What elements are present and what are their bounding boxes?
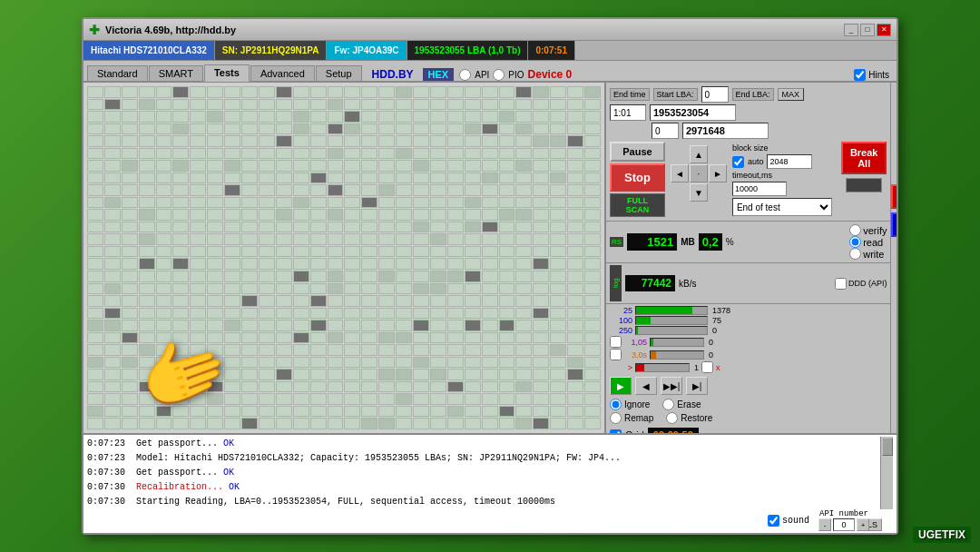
write-label: write bbox=[863, 249, 884, 260]
sound-label: sound bbox=[782, 516, 809, 526]
mb-display: 1521 bbox=[627, 233, 677, 251]
lba-value2-input[interactable] bbox=[682, 123, 769, 139]
stop-button[interactable]: Stop bbox=[610, 163, 665, 192]
full-scan-button[interactable]: FULL SCAN bbox=[610, 193, 665, 217]
arrow-right[interactable]: ► bbox=[709, 164, 727, 182]
end-test-select[interactable]: End of test bbox=[732, 198, 832, 216]
maximize-button[interactable]: □ bbox=[860, 24, 875, 36]
navigation-arrows: ▲ ◄ · ► ▼ bbox=[671, 145, 727, 202]
pause-button[interactable]: Pause bbox=[610, 142, 665, 162]
verify-radio[interactable] bbox=[849, 224, 861, 236]
bar-checkbox-30s[interactable] bbox=[610, 349, 622, 360]
pio-radio[interactable] bbox=[493, 69, 505, 81]
tab-standard[interactable]: Standard bbox=[87, 65, 148, 81]
serial-number: SN: JP2911HQ29N1PA bbox=[215, 41, 328, 60]
log-line-1: 0:07:23 Get passport... OK bbox=[87, 437, 880, 451]
passp-button[interactable]: Passp bbox=[891, 184, 897, 209]
speed-bar-over: > 1 x bbox=[610, 361, 887, 373]
bar-checkbox-105[interactable] bbox=[610, 336, 622, 348]
log-msg-1: Get passport... OK bbox=[136, 439, 234, 448]
info-bar: Hitachi HDS721010CLA332 SN: JP2911HQ29N1… bbox=[83, 41, 897, 61]
tab-tests[interactable]: Tests bbox=[204, 64, 250, 82]
minimize-button[interactable]: _ bbox=[844, 24, 858, 36]
bar-count-105: 0 bbox=[709, 338, 713, 347]
api-number-section: API number - + bbox=[818, 509, 869, 531]
percent-display: 0,2 bbox=[699, 233, 722, 251]
end-time-input[interactable] bbox=[610, 104, 646, 121]
elapsed-time: 0:07:51 bbox=[528, 41, 574, 60]
read-radio[interactable] bbox=[849, 236, 861, 248]
arrow-left[interactable]: ◄ bbox=[671, 164, 689, 182]
tab-setup[interactable]: Setup bbox=[316, 65, 362, 81]
percent-label: % bbox=[726, 237, 734, 247]
back-button[interactable]: ◀ bbox=[635, 377, 657, 395]
scan-grid bbox=[83, 83, 604, 433]
end-lba-label: End LBA: bbox=[732, 88, 774, 101]
api-number-input[interactable] bbox=[833, 518, 855, 531]
watermark: UGETFIX bbox=[913, 527, 971, 543]
bar-label-100: 100 bbox=[610, 316, 632, 325]
verify-label: verify bbox=[863, 225, 887, 236]
x-label: x bbox=[716, 363, 720, 372]
erase-radio[interactable] bbox=[662, 399, 674, 410]
ddd-api-label: DDD (API) bbox=[848, 279, 887, 288]
log-time-2: 0:07:23 bbox=[87, 453, 125, 463]
bottom-status: sound API number - + bbox=[768, 509, 869, 531]
speed-bar-25: 25 1378 bbox=[610, 306, 887, 315]
close-button[interactable]: ✕ bbox=[877, 24, 891, 36]
log-time-5: 0:07:30 bbox=[87, 497, 125, 507]
max-button[interactable]: MAX bbox=[778, 88, 805, 101]
ddd-checkbox[interactable] bbox=[835, 278, 847, 290]
end-button[interactable]: ▶| bbox=[686, 377, 708, 395]
log-msg-2: Model: Hitachi HDS721010CLA332; Capacity… bbox=[136, 453, 621, 463]
kbs-label: kB/s bbox=[679, 279, 696, 289]
log-line-2: 0:07:23 Model: Hitachi HDS721010CLA332; … bbox=[87, 451, 880, 466]
lba-extra-input[interactable] bbox=[652, 123, 679, 139]
bar-label-over: > bbox=[610, 363, 632, 372]
hdd-by-label: HDD.BY bbox=[372, 68, 414, 81]
arrow-down[interactable]: ▼ bbox=[690, 183, 708, 202]
speed-bar-105: 1,05 0 bbox=[610, 336, 887, 348]
bar-250 bbox=[635, 326, 708, 335]
ff-button[interactable]: ▶▶| bbox=[661, 377, 682, 395]
log-scrollbar[interactable] bbox=[880, 437, 893, 509]
bar-105 bbox=[650, 338, 704, 347]
api-radio[interactable] bbox=[459, 69, 471, 81]
tab-smart[interactable]: SMART bbox=[149, 65, 203, 81]
arrow-up[interactable]: ▲ bbox=[690, 145, 708, 163]
block-size-input[interactable] bbox=[767, 154, 812, 169]
hints-checkbox[interactable] bbox=[854, 69, 866, 81]
main-window: ✚ Victoria 4.69b, http://hdd.by _ □ ✕ Hi… bbox=[82, 17, 898, 535]
ignore-radio[interactable] bbox=[610, 399, 622, 410]
restore-radio[interactable] bbox=[666, 412, 678, 424]
api-decrement-button[interactable]: - bbox=[818, 518, 831, 531]
top-controls: End time Start LBA: End LBA: MAX bbox=[606, 83, 890, 222]
power-button[interactable]: Power bbox=[891, 212, 897, 237]
log-lines: 0:07:23 Get passport... OK 0:07:23 Model… bbox=[87, 437, 880, 509]
mb-label: MB bbox=[681, 237, 695, 247]
play-button[interactable]: ▶ bbox=[610, 377, 632, 395]
tab-advanced[interactable]: Advanced bbox=[250, 65, 315, 81]
remap-radio[interactable] bbox=[610, 412, 622, 424]
x-checkbox[interactable] bbox=[701, 361, 713, 373]
device-label: Device 0 bbox=[528, 68, 573, 81]
auto-checkbox[interactable] bbox=[732, 156, 744, 168]
api-increment-button[interactable]: + bbox=[857, 518, 869, 531]
write-radio[interactable] bbox=[849, 248, 861, 260]
log-msg-4: Recalibration... OK bbox=[136, 482, 240, 492]
lba-value1-input[interactable] bbox=[650, 104, 736, 121]
scan-area: 🫱 bbox=[83, 83, 606, 433]
transport-controls: ▶ ◀ ▶▶| ▶| bbox=[606, 375, 890, 397]
remap-label: Remap bbox=[624, 413, 653, 423]
kbs-row: log 77442 kB/s DDD (API) bbox=[606, 263, 890, 304]
hex-label: HEX bbox=[423, 68, 455, 81]
sound-checkbox[interactable] bbox=[768, 515, 779, 527]
right-side-buttons: Sleep Recal Rd Wrt Passp Power bbox=[890, 83, 897, 433]
log-toggle[interactable]: log bbox=[610, 265, 622, 301]
bar-count-over: 1 bbox=[694, 363, 699, 372]
timeout-input[interactable] bbox=[732, 182, 787, 196]
bar-over bbox=[635, 363, 690, 372]
break-all-button[interactable]: Break All bbox=[841, 142, 887, 174]
start-lba-input[interactable] bbox=[701, 86, 729, 103]
speed-bars-section: 25 1378 100 75 250 0 bbox=[606, 304, 890, 375]
